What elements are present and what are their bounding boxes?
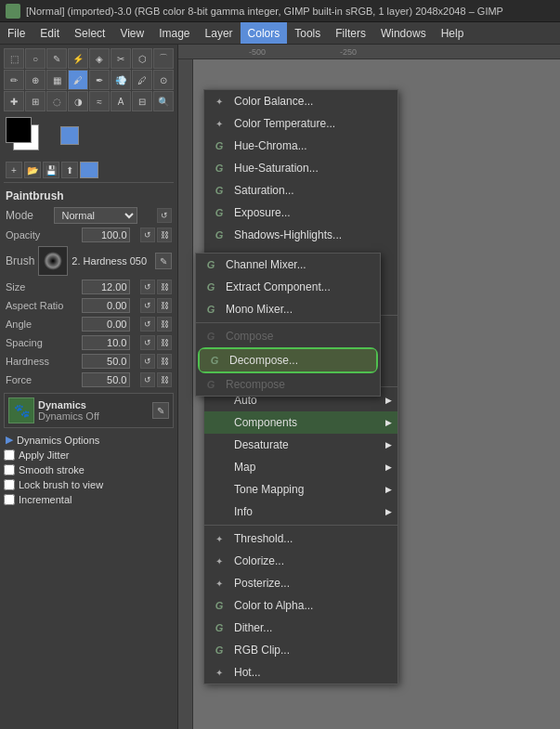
menu-image[interactable]: Image <box>151 22 197 44</box>
color-alpha-icon: G <box>212 598 227 613</box>
menu-file[interactable]: File <box>0 22 33 44</box>
title-bar-text: [Normal] (imported)-3.0 (RGB color 8-bit… <box>26 6 503 17</box>
hot-icon: ✦ <box>212 665 227 680</box>
main-area: ⬚ ○ ✎ ⚡ ◈ ✂ ⬡ ⌒ ✏ ⊕ ▦ 🖌 ✒ 💨 🖊 ⊙ ✚ ⊞ ◌ ◑ … <box>0 45 560 729</box>
color-temp-icon: ✦ <box>212 116 227 131</box>
menu-shadows-highlights[interactable]: G Shadows-Highlights... <box>204 224 397 246</box>
menu-color-balance[interactable]: ✦ Color Balance... <box>204 90 397 112</box>
dither-icon: G <box>212 620 227 635</box>
menu-threshold[interactable]: ✦ Threshold... <box>204 527 397 550</box>
tool-paths[interactable]: ⌒ <box>153 48 174 69</box>
channel-mixer-icon: G <box>203 257 218 272</box>
tone-mapping-icon <box>212 482 227 497</box>
tool-paint[interactable]: ✏ <box>4 70 24 90</box>
desaturate-icon <box>212 437 227 452</box>
menu-windows[interactable]: Windows <box>373 22 434 44</box>
posterize-icon: ✦ <box>212 576 227 591</box>
menu-colorize[interactable]: ✦ Colorize... <box>204 550 397 572</box>
menu-filters[interactable]: Filters <box>328 22 373 44</box>
dropdown-overlay: ✦ Color Balance... ✦ Color Temperature..… <box>0 89 560 729</box>
menu-compose: G Compose <box>196 325 380 347</box>
sep-3 <box>204 525 397 526</box>
menu-map[interactable]: Map <box>204 456 397 478</box>
app-icon <box>6 4 20 19</box>
menu-tools[interactable]: Tools <box>287 22 328 44</box>
tool-scissors[interactable]: ✂ <box>111 48 131 69</box>
menu-layer[interactable]: Layer <box>198 22 241 44</box>
threshold-icon: ✦ <box>212 531 227 546</box>
rgb-clip-icon: G <box>212 643 227 657</box>
tool-bucket-fill[interactable]: ⊕ <box>25 70 46 90</box>
tool-rect-select[interactable]: ⬚ <box>4 48 24 69</box>
exposure-icon: G <box>212 205 227 220</box>
menu-exposure[interactable]: G Exposure... <box>204 202 397 224</box>
decompose-wrapper: G Decompose... <box>196 347 380 373</box>
menu-hot[interactable]: ✦ Hot... <box>204 661 397 683</box>
comp-sep-1 <box>196 322 380 323</box>
compose-icon: G <box>203 329 218 344</box>
menu-dither[interactable]: G Dither... <box>204 617 397 639</box>
tool-fuzzy-select[interactable]: ⚡ <box>68 48 88 69</box>
menu-channel-mixer[interactable]: G Channel Mixer... <box>196 254 380 276</box>
menu-recompose: G Recompose <box>196 373 380 396</box>
tool-airbrush[interactable]: 💨 <box>111 70 131 90</box>
recompose-icon: G <box>203 377 218 392</box>
ruler-mark-2: -250 <box>340 47 357 57</box>
menu-posterize[interactable]: ✦ Posterize... <box>204 572 397 594</box>
menu-color-to-alpha[interactable]: G Color to Alpha... <box>204 594 397 617</box>
menu-rgb-clip[interactable]: G RGB Clip... <box>204 639 397 661</box>
tool-ellipse-select[interactable]: ○ <box>25 48 46 69</box>
components-submenu: G Channel Mixer... G Extract Component..… <box>195 253 381 397</box>
menu-view[interactable]: View <box>112 22 151 44</box>
extract-component-icon: G <box>203 280 218 294</box>
ruler-horizontal: -500 -250 <box>178 45 560 59</box>
menu-hue-chroma[interactable]: G Hue-Chroma... <box>204 135 397 157</box>
menu-color-temperature[interactable]: ✦ Color Temperature... <box>204 112 397 135</box>
menu-components[interactable]: Components <box>204 411 397 434</box>
tool-paintbrush[interactable]: 🖌 <box>68 70 88 90</box>
tool-pencil[interactable]: ✒ <box>89 70 110 90</box>
saturation-icon: G <box>212 183 227 198</box>
tool-foreground-select[interactable]: ⬡ <box>132 48 152 69</box>
info-icon <box>212 504 227 519</box>
map-icon <box>212 460 227 475</box>
mono-mixer-icon: G <box>203 302 218 317</box>
menu-select[interactable]: Select <box>67 22 112 44</box>
menu-bar: File Edit Select View Image Layer Colors… <box>0 22 560 45</box>
tool-gradient[interactable]: ▦ <box>46 70 67 90</box>
decompose-icon: G <box>207 353 222 368</box>
colorize-icon: ✦ <box>212 553 227 568</box>
menu-hue-saturation[interactable]: G Hue-Saturation... <box>204 157 397 179</box>
tool-select-by-color[interactable]: ◈ <box>89 48 110 69</box>
title-bar: [Normal] (imported)-3.0 (RGB color 8-bit… <box>0 0 560 22</box>
tool-ink[interactable]: 🖊 <box>132 70 152 90</box>
components-icon <box>212 415 227 430</box>
menu-saturation[interactable]: G Saturation... <box>204 179 397 202</box>
ruler-mark-1: -500 <box>249 47 266 57</box>
menu-extract-component[interactable]: G Extract Component... <box>196 276 380 298</box>
menu-mono-mixer[interactable]: G Mono Mixer... <box>196 298 380 320</box>
menu-decompose[interactable]: G Decompose... <box>200 349 376 371</box>
menu-desaturate[interactable]: Desaturate <box>204 434 397 456</box>
tool-free-select[interactable]: ✎ <box>46 48 67 69</box>
menu-info[interactable]: Info <box>204 501 397 523</box>
shadows-icon: G <box>212 228 227 242</box>
hue-sat-icon: G <box>212 161 227 176</box>
menu-edit[interactable]: Edit <box>33 22 67 44</box>
tool-clone[interactable]: ⊙ <box>153 70 174 90</box>
hue-chroma-icon: G <box>212 138 227 153</box>
color-balance-icon: ✦ <box>212 94 227 109</box>
menu-help[interactable]: Help <box>434 22 472 44</box>
menu-colors[interactable]: Colors <box>241 22 288 44</box>
menu-tone-mapping[interactable]: Tone Mapping <box>204 478 397 501</box>
